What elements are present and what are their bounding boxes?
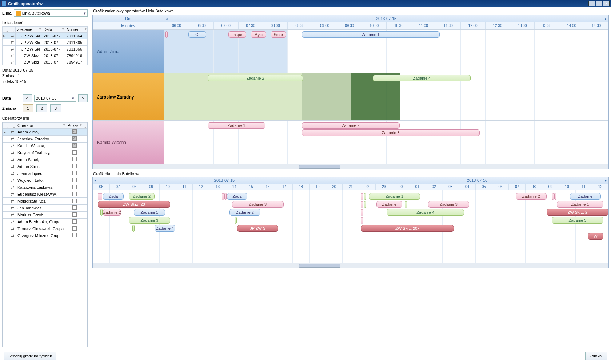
shift-button-2[interactable]: 2 [36, 104, 47, 112]
task-bar[interactable]: Zadanie 4 [387, 209, 464, 216]
show-checkbox[interactable] [72, 233, 77, 237]
task-bar[interactable]: Zadanie 1 [134, 209, 165, 216]
maximize-button[interactable]: ▢ [596, 1, 602, 6]
task-bar[interactable]: Zadanie 2 [103, 209, 121, 216]
task-bar[interactable]: Zadanie 3 [232, 201, 284, 208]
task-bar[interactable] [361, 217, 363, 224]
generate-week-button[interactable]: Generuj grafik na tydzień [4, 352, 56, 360]
task-bar[interactable]: Zadanie 3 [428, 201, 469, 208]
show-checkbox[interactable] [72, 178, 77, 182]
task-bar[interactable]: Zadanie 1 [557, 201, 603, 208]
show-checkbox[interactable] [72, 157, 77, 161]
shift-button-3[interactable]: 3 [50, 104, 61, 112]
show-checkbox[interactable] [72, 192, 77, 196]
show-checkbox[interactable] [72, 143, 77, 148]
task-bar[interactable] [165, 31, 168, 38]
bot-prev[interactable]: ◂ [93, 177, 98, 184]
task-bar[interactable]: W [588, 233, 603, 240]
show-checkbox[interactable] [72, 129, 77, 134]
operator-row[interactable]: ⇄Adrian Strus, [3, 163, 87, 170]
lane-body[interactable]: CIInspeMyciSmarZadanie 1 [164, 30, 608, 73]
show-checkbox[interactable] [72, 212, 77, 217]
task-bar[interactable]: Zadanie 2 [208, 75, 303, 81]
task-bar[interactable]: CI [188, 31, 206, 38]
show-checkbox[interactable] [72, 150, 77, 155]
task-bar[interactable] [405, 201, 407, 208]
task-bar[interactable]: Zada [103, 193, 124, 200]
order-row[interactable]: ⇄JP ZW Skr2013-07-7911865 [3, 39, 88, 46]
task-bar[interactable] [364, 201, 366, 208]
task-bar[interactable]: Zadanie 2 [516, 193, 547, 200]
task-bar[interactable]: JP ZW S [237, 225, 278, 232]
task-bar[interactable]: Zadanie 3 [552, 217, 603, 224]
col-pokaz[interactable]: Pokaż [66, 123, 83, 129]
order-row[interactable]: ⇄ZW Skrz.2013-07-7894917 [3, 59, 88, 65]
date-combo[interactable]: 2013-07-15 [34, 95, 76, 102]
show-checkbox[interactable] [72, 219, 77, 224]
operator-row[interactable]: ⇄Anna Sznel, [3, 156, 87, 163]
operator-row[interactable]: ⇄Joanna Lipiec, [3, 170, 87, 177]
task-bar[interactable]: Inspe [228, 31, 246, 38]
operator-row[interactable]: ⇄Adam Zima, [3, 129, 87, 136]
order-row[interactable]: ⇄JP ZW Skr2013-07-7911864 [3, 33, 88, 39]
col-operator[interactable]: Operator [16, 123, 66, 129]
tl-next[interactable]: ▸ [603, 15, 608, 22]
close-button[interactable]: ✕ [603, 1, 610, 6]
operator-row[interactable]: ⇄Malgorzata Kos, [3, 198, 87, 205]
operator-row[interactable]: ⇄Jan Janowicz, [3, 205, 87, 212]
task-bar[interactable] [235, 217, 237, 224]
date-prev-button[interactable]: < [23, 94, 32, 102]
task-bar[interactable]: Zadanie 2 [229, 209, 260, 216]
task-bar[interactable] [554, 193, 556, 200]
col-numer[interactable]: Numer [65, 27, 88, 33]
shift-button-1[interactable]: 1 [23, 104, 33, 112]
task-bar[interactable]: Zadanie 2 [129, 193, 155, 200]
operator-row[interactable]: ⇄Kamila Wiosna, [3, 143, 87, 149]
task-bar[interactable] [361, 201, 363, 208]
task-bar[interactable] [100, 209, 103, 216]
show-checkbox[interactable] [72, 185, 77, 189]
operator-row[interactable]: ⇄Tomasz Ciekawski, Grupa [3, 225, 87, 232]
operator-row[interactable]: ⇄Adam Biedronka, Grupa [3, 219, 87, 225]
task-bar[interactable] [222, 193, 224, 200]
tl-hscroll[interactable] [93, 164, 608, 169]
task-bar[interactable]: Zadanie 3 [302, 129, 480, 136]
task-bar[interactable]: Zadanie [376, 201, 402, 208]
bot-next[interactable]: ▸ [603, 177, 608, 184]
show-checkbox[interactable] [72, 164, 77, 168]
task-bar[interactable]: Zada [227, 193, 248, 200]
col-data[interactable]: Data [42, 27, 65, 33]
task-bar[interactable]: Zadanie 3 [129, 217, 170, 224]
order-row[interactable]: ⇄JP ZW Skr2013-07-7911866 [3, 46, 88, 52]
task-bar[interactable] [364, 193, 366, 200]
task-bar[interactable] [132, 225, 135, 232]
show-checkbox[interactable] [72, 136, 77, 141]
lane-body[interactable]: Zadanie 2Zadanie 4 [164, 73, 608, 120]
col-zlecenie[interactable]: Zlecenie [16, 27, 42, 33]
task-bar[interactable] [100, 193, 102, 200]
task-bar[interactable]: ZW Skrz. 20 [98, 201, 170, 208]
task-bar[interactable] [361, 209, 363, 216]
bot-hscroll[interactable] [93, 263, 608, 268]
task-bar[interactable] [361, 193, 363, 200]
lane-body[interactable]: Zadanie 1Zadanie 2Zadanie 3 [164, 121, 608, 164]
operator-row[interactable]: ⇄Wojciech Lato, [3, 177, 87, 184]
task-bar[interactable] [552, 193, 554, 200]
operator-row[interactable]: ⇄Katarzyna Laskawa, [3, 184, 87, 191]
task-bar[interactable]: Zadanie 1 [369, 193, 420, 200]
task-bar[interactable]: Zadanie 2 [302, 122, 400, 129]
task-bar[interactable]: Smar [271, 31, 286, 38]
operator-row[interactable]: ⇄Eugeniusz Kreatywny, [3, 191, 87, 198]
date-next-button[interactable]: > [78, 94, 88, 102]
task-bar[interactable]: Myci [251, 31, 266, 38]
operator-row[interactable]: ⇄Mariusz Grzyb, [3, 212, 87, 219]
operator-row[interactable]: ⇄Krzysztof Twórczy, [3, 149, 87, 156]
show-checkbox[interactable] [72, 226, 77, 231]
operator-row[interactable]: ⇄Jaroslaw Zaradny, [3, 136, 87, 143]
task-bar[interactable]: Zadanie 1 [208, 122, 265, 129]
show-checkbox[interactable] [72, 171, 77, 175]
minimize-button[interactable]: _ [588, 1, 595, 6]
show-checkbox[interactable] [72, 199, 77, 203]
close-window-button[interactable]: Zamknij [585, 352, 607, 360]
order-row[interactable]: ⇄ZW Skrz.2013-07-7894916 [3, 52, 88, 59]
